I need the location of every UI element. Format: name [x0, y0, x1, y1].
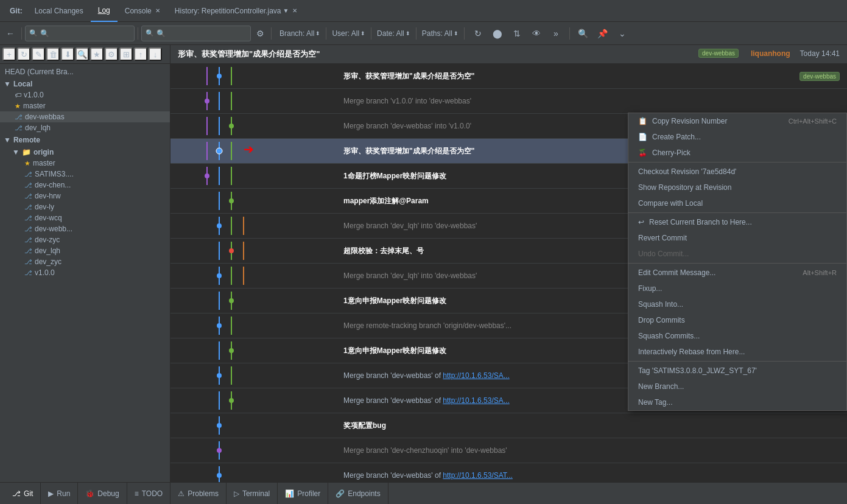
tree-origin-section[interactable]: ▼ 📁 origin — [0, 145, 170, 158]
tree-remote-section[interactable]: ▼ Remote — [0, 133, 170, 145]
commit-area: 形审、获奖管理增加"成果介绍是否为空" dev-webbas liquanhon… — [170, 45, 847, 482]
ctx-tag[interactable]: Tag 'SATIMS3.0.8.0_JLWZ_SYT_67' — [628, 363, 846, 379]
ctx-reset-branch[interactable]: ↩Reset Current Branch to Here... — [628, 214, 846, 230]
settings-button[interactable]: ⚙ — [252, 26, 268, 41]
folder-icon: 📁 — [22, 148, 31, 156]
bottom-tab-endpoints[interactable]: 🔗 Endpoints — [328, 483, 388, 505]
collapse-icon: ▼ — [12, 148, 19, 156]
date-filter[interactable]: Date: All ⬍ — [377, 29, 410, 38]
tree-branch-dev-wcq[interactable]: ⎇ dev-wcq — [0, 212, 170, 223]
bottom-tab-debug[interactable]: 🐞 Debug — [78, 483, 127, 505]
more-button[interactable]: » — [548, 26, 564, 41]
tree-branch-dev-lqh[interactable]: ⎇ dev_lqh — [0, 122, 170, 133]
tree-branch-dev-ly[interactable]: ⎇ dev-ly — [0, 201, 170, 212]
expand-button[interactable]: ⌄ — [614, 26, 630, 41]
table-row[interactable]: Merge branch 'v1.0.0' into 'dev-webbas' — [170, 89, 847, 114]
close-history-icon[interactable]: ✕ — [292, 7, 297, 14]
search-button[interactable]: 🔍 — [575, 26, 591, 41]
branch-search-input[interactable] — [40, 29, 77, 38]
tree-branch-master-remote[interactable]: ★ master — [0, 158, 170, 169]
svg-point-15 — [216, 148, 222, 154]
bottom-tab-git[interactable]: ⎇ Git — [5, 483, 41, 505]
sep7 — [464, 27, 465, 40]
sidebar-fetch-button[interactable]: ⬇ — [61, 47, 74, 61]
bottom-tab-todo[interactable]: ≡ TODO — [127, 483, 170, 505]
tree-branch-v100-remote[interactable]: ⎇ v1.0.0 — [0, 267, 170, 278]
sidebar-refresh-button[interactable]: ↻ — [17, 47, 30, 61]
table-row[interactable]: Merge branch 'dev-webbas' of http://10.1… — [170, 463, 847, 482]
user-filter[interactable]: User: All ⬍ — [332, 29, 365, 38]
sidebar-add-button[interactable]: + — [2, 47, 16, 61]
tree-branch-dev-lqh-remote[interactable]: ⎇ dev_lqh — [0, 245, 170, 256]
sidebar-settings-button[interactable]: ⚙ — [105, 47, 118, 61]
branch-search-box[interactable]: 🔍 — [25, 26, 135, 41]
ctx-squash-commits[interactable]: Squash Commits... — [628, 328, 846, 344]
sidebar-star-button[interactable]: ★ — [90, 47, 104, 61]
tree-branch-master-local[interactable]: ★ master — [0, 100, 170, 111]
dropdown-arrow-icon[interactable]: ▼ — [283, 7, 289, 14]
ctx-revert-commit[interactable]: Revert Commit — [628, 230, 846, 246]
sidebar-down-button[interactable]: ↓ — [149, 47, 162, 61]
paths-filter[interactable]: Paths: All ⬍ — [422, 29, 459, 38]
bottom-tab-profiler[interactable]: 📊 Profiler — [278, 483, 328, 505]
commit-link3[interactable]: http://10.1.6.53/SAT... — [443, 471, 513, 480]
graph-col — [170, 92, 341, 110]
sidebar-expand-button[interactable]: ⊞ — [119, 47, 133, 61]
ctx-edit-message[interactable]: Edit Commit Message... Alt+Shift+R — [628, 265, 846, 281]
commit-link[interactable]: http://10.1.6.53/SA... — [443, 371, 509, 380]
fetch-button[interactable]: ⬤ — [490, 26, 505, 41]
ctx-drop-commits[interactable]: Drop Commits — [628, 312, 846, 328]
tree-branch-dev-webbas[interactable]: ⎇ dev-webbas — [0, 111, 170, 122]
ctx-new-branch[interactable]: New Branch... — [628, 379, 846, 394]
ctx-create-patch[interactable]: 📄Create Patch... — [628, 129, 846, 145]
commit-search-input[interactable] — [156, 29, 230, 38]
ctx-fixup[interactable]: Fixup... — [628, 281, 846, 296]
sep6 — [416, 27, 416, 40]
commit-link2[interactable]: http://10.1.6.53/SA... — [443, 396, 509, 405]
tree-head[interactable]: HEAD (Current Bra... — [0, 66, 170, 77]
bottom-tab-run[interactable]: ▶ Run — [41, 483, 78, 505]
table-row[interactable]: Merge branch 'dev-chenzhuoqin' into 'dev… — [170, 438, 847, 463]
ctx-new-tag[interactable]: New Tag... — [628, 394, 846, 410]
tree-branch-dev-hrw[interactable]: ⎇ dev-hrw — [0, 191, 170, 201]
close-console-icon[interactable]: ✕ — [155, 7, 160, 14]
tab-local-changes[interactable]: Local Changes — [27, 0, 91, 22]
sidebar-delete-button[interactable]: 🗑 — [46, 47, 60, 61]
ctx-squash-into[interactable]: Squash Into... — [628, 296, 846, 312]
bottom-tab-problems[interactable]: ⚠ Problems — [170, 483, 227, 505]
git-label: Git: — [5, 7, 27, 15]
ctx-copy-revision[interactable]: 📋Copy Revision Number Ctrl+Alt+Shift+C — [628, 113, 846, 129]
ctx-compare-local[interactable]: Compare with Local — [628, 195, 846, 211]
tree-branch-dev-zyc[interactable]: ⎇ dev-zyc — [0, 234, 170, 245]
tab-history[interactable]: History: RepetitionController.java ▼ ✕ — [167, 0, 305, 22]
sidebar-up-button[interactable]: ↑ — [134, 47, 147, 61]
commit-search-box[interactable]: 🔍 — [141, 26, 251, 41]
sep8 — [569, 27, 570, 40]
sidebar-search-button[interactable]: 🔍 — [76, 47, 89, 61]
tree-branch-dev-zyc-remote[interactable]: ⎇ dev_zyc — [0, 256, 170, 267]
bottom-tab-terminal[interactable]: ▷ Terminal — [227, 483, 278, 505]
sidebar-edit-button[interactable]: ✎ — [32, 47, 45, 61]
back-button[interactable]: ← — [2, 26, 18, 41]
ctx-show-repository[interactable]: Show Repository at Revision — [628, 180, 846, 195]
tree-branch-dev-webb[interactable]: ⎇ dev-webb... — [0, 223, 170, 234]
pull-button[interactable]: ⇅ — [509, 26, 525, 41]
tree-local-section[interactable]: ▼ Local — [0, 77, 170, 89]
refresh-button[interactable]: ↻ — [470, 26, 486, 41]
tree-branch-v100-local[interactable]: 🏷 v1.0.0 — [0, 89, 170, 100]
svg-point-3 — [217, 74, 222, 79]
ctx-interactive-rebase[interactable]: Interactively Rebase from Here... — [628, 344, 846, 360]
eye-button[interactable]: 👁 — [529, 26, 544, 41]
run-icon: ▶ — [48, 489, 54, 498]
tree-branch-dev-chen[interactable]: ⎇ dev-chen... — [0, 180, 170, 191]
tab-console[interactable]: Console ✕ — [118, 0, 167, 22]
search-icon2: 🔍 — [146, 29, 154, 37]
tree-branch-satims3[interactable]: ⎇ SATIMS3.... — [0, 169, 170, 180]
branch-filter[interactable]: Branch: All ⬍ — [279, 29, 320, 38]
tab-log[interactable]: Log — [91, 0, 118, 22]
table-row[interactable]: 奖项配置bug — [170, 413, 847, 438]
table-row[interactable]: 形审、获奖管理增加"成果介绍是否为空" dev-webbas — [170, 64, 847, 89]
pin-button[interactable]: 📌 — [595, 26, 611, 41]
ctx-checkout-revision[interactable]: Checkout Revision '7ae5d84d' — [628, 164, 846, 180]
ctx-cherry-pick[interactable]: 🍒Cherry-Pick — [628, 145, 846, 161]
